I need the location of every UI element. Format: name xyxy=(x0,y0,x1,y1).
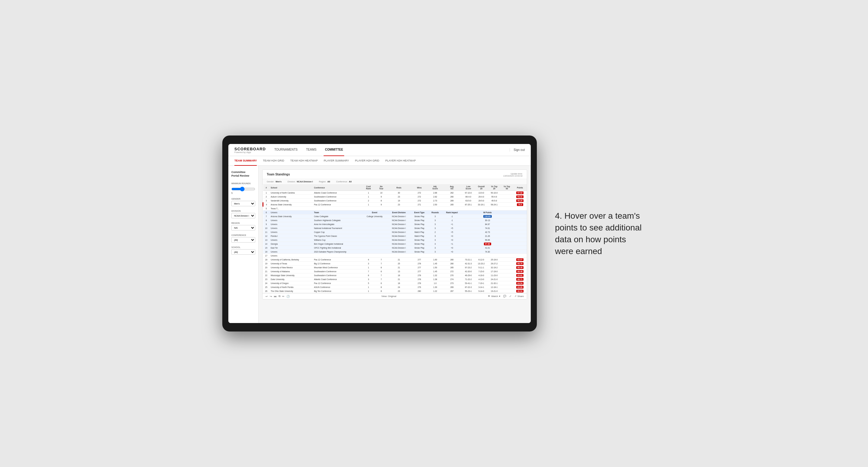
eye-icon: 👁 xyxy=(488,295,490,298)
content-area: CommitteePortal Review Minimum Rounds 5 … xyxy=(228,166,531,323)
report-header: Team Standings Update time:13/03/2024 10… xyxy=(262,170,527,179)
watch-btn[interactable]: 👁 Watch ▾ xyxy=(488,295,500,298)
share-btn[interactable]: ↗ Share xyxy=(515,295,524,298)
logo-text: SCOREBOARD xyxy=(235,147,266,151)
col-conf-rank: ConfRank xyxy=(362,185,375,191)
conference-select[interactable]: (All) xyxy=(231,237,255,243)
sidebar-division-label: Division xyxy=(231,210,255,212)
annotation-area: 4. Hover over a team's points to see add… xyxy=(555,210,646,257)
expanded-row[interactable]: 9 Univers Amer An Intercollegiate NCAA D… xyxy=(263,222,527,226)
expanded-row[interactable]: 10 Univers National Invitational Tournam… xyxy=(263,226,527,230)
region-select[interactable]: N/A xyxy=(231,225,255,230)
filter-row: Gender: Men's Division: NCAA Division I … xyxy=(262,179,527,185)
expanded-row[interactable]: 14 Georgia Ben Hogan Collegiate Invitati… xyxy=(263,242,527,246)
col-no-tour: NoTour xyxy=(375,185,388,191)
logo-area: SCOREBOARD Powered by clippi xyxy=(235,147,266,153)
table-row[interactable]: 17 Univers xyxy=(263,254,527,258)
nav-teams[interactable]: TEAMS xyxy=(305,144,317,156)
table-row[interactable]: 22 Mississippi State University Southeas… xyxy=(263,273,527,277)
report-title: Team Standings xyxy=(267,173,290,176)
school-select[interactable]: (All) xyxy=(231,249,255,255)
copy-icon[interactable]: ⧉ xyxy=(279,294,280,298)
col-vstop50: Vs Top50 xyxy=(500,185,513,191)
table-row[interactable]: 21 University of Alabama Southeastern Co… xyxy=(263,270,527,273)
chevron-down-icon: ▾ xyxy=(499,295,500,298)
sidebar-gender: Gender Men's xyxy=(231,198,255,206)
expanded-header-row: 6 Univers Team Event Event Division Even… xyxy=(263,211,527,214)
table-row[interactable]: 4 Arizona State University Pac-12 Confer… xyxy=(263,203,527,207)
subnav-player-h2h-grid[interactable]: PLAYER H2H GRID xyxy=(355,156,379,166)
sidebar-min-rounds: Minimum Rounds 5 xyxy=(231,182,255,194)
table-row[interactable]: 25 University of North Florida ASUN Conf… xyxy=(263,285,527,289)
subnav-team-summary[interactable]: TEAM SUMMARY xyxy=(235,156,257,166)
table-row[interactable]: 20 University of New Mexico Mountain Wes… xyxy=(263,266,527,270)
sidebar: CommitteePortal Review Minimum Rounds 5 … xyxy=(228,166,258,323)
table-wrapper: # School Conference ConfRank NoTour Rnds… xyxy=(262,185,527,293)
filter-gender: Gender: Men's xyxy=(267,181,282,183)
col-wins: Wins xyxy=(410,185,428,191)
expanded-row[interactable]: 13 Univers Williams Cup NCAA Division I … xyxy=(263,238,527,242)
table-row[interactable]: 5 Texas T... xyxy=(263,207,527,211)
standings-table: # School Conference ConfRank NoTour Rnds… xyxy=(262,185,527,293)
update-time: Update time:13/03/2024 10:03:42 xyxy=(503,173,523,177)
page-wrapper: SCOREBOARD Powered by clippi TOURNAMENTS… xyxy=(222,135,646,332)
toolbar: ↩ ↪ ⏭ ⧉ ✏ 🕐 View: Original 👁 xyxy=(262,293,527,299)
col-low-score: LowScore xyxy=(462,185,475,191)
sidebar-region: Region N/A xyxy=(231,222,255,230)
comment-btn[interactable]: 💬 xyxy=(503,295,506,298)
col-overall25: Overall25 xyxy=(475,185,488,191)
table-row[interactable]: 23 Duke University Atlantic Coast Confer… xyxy=(263,277,527,281)
col-points: Points xyxy=(513,185,527,191)
min-rounds-slider[interactable] xyxy=(231,187,255,191)
table-row[interactable]: 2 Auburn University Southeastern Confere… xyxy=(263,195,527,199)
sidebar-division: Division NCAA Division I xyxy=(231,210,255,218)
min-rounds-value: 5 xyxy=(231,192,255,194)
sub-nav: TEAM SUMMARY TEAM H2H GRID TEAM H2H HEAT… xyxy=(228,156,531,166)
sidebar-region-label: Region xyxy=(231,222,255,224)
sidebar-conference: Conference (All) xyxy=(231,234,255,243)
nav-tournaments[interactable]: TOURNAMENTS xyxy=(273,144,299,156)
filter-region: Region: All xyxy=(319,181,330,183)
expanded-row[interactable]: 8 Univers Southern Highlands Collegiate … xyxy=(263,218,527,222)
expand-btn[interactable]: ⤢ xyxy=(509,295,512,298)
expanded-row[interactable]: 7 Arizona State University Celav Collegi… xyxy=(263,214,527,218)
subnav-team-h2h-grid[interactable]: TEAM H2H GRID xyxy=(263,156,284,166)
table-row[interactable]: 18 University of California, Berkeley Pa… xyxy=(263,258,527,261)
draw-icon[interactable]: ✏ xyxy=(282,295,285,298)
logo-sub: Powered by clippi xyxy=(235,151,266,153)
view-original-btn[interactable]: View: Original xyxy=(381,295,396,298)
table-row[interactable]: 19 University of Texas Big 12 Conference… xyxy=(263,261,527,266)
share-icon: ↗ xyxy=(515,295,517,298)
table-row[interactable]: 26 The Ohio State University Big Ten Con… xyxy=(263,289,527,293)
nav-committee[interactable]: COMMITTEE xyxy=(323,144,344,156)
annotation-text: 4. Hover over a team's points to see add… xyxy=(555,210,646,257)
tablet-screen: SCOREBOARD Powered by clippi TOURNAMENTS… xyxy=(228,144,531,323)
redo-icon[interactable]: ↪ xyxy=(270,295,272,298)
sidebar-school: School (All) xyxy=(231,246,255,255)
undo-icon[interactable]: ↩ xyxy=(266,295,268,298)
clock-icon[interactable]: 🕐 xyxy=(286,295,290,298)
col-avg-sg: Avg.SG xyxy=(442,185,462,191)
sidebar-gender-label: Gender xyxy=(231,198,255,200)
subnav-player-summary[interactable]: PLAYER SUMMARY xyxy=(324,156,349,166)
col-vstop25: Vs Top25 xyxy=(488,185,501,191)
skip-icon[interactable]: ⏭ xyxy=(274,295,277,298)
col-adj-score: Adj.Score xyxy=(428,185,442,191)
subnav-player-h2h-heatmap[interactable]: PLAYER H2H HEATMAP xyxy=(385,156,416,166)
gender-select[interactable]: Men's xyxy=(231,201,255,206)
expanded-row[interactable]: 12 Florida I The Cypress Point Classic N… xyxy=(263,234,527,238)
col-rank: # xyxy=(263,185,270,191)
table-row[interactable]: 24 University of Oregon Pac-12 Conferenc… xyxy=(263,281,527,285)
sidebar-school-label: School xyxy=(231,246,255,248)
subnav-team-h2h-heatmap[interactable]: TEAM H2H HEATMAP xyxy=(290,156,318,166)
division-select[interactable]: NCAA Division I xyxy=(231,213,255,218)
col-conference: Conference xyxy=(313,185,362,191)
expanded-row[interactable]: 16 Univers 2023 Sahalee Players Champion… xyxy=(263,250,527,254)
sign-out-link[interactable]: Sign out xyxy=(509,148,525,152)
sidebar-min-rounds-label: Minimum Rounds xyxy=(231,182,255,185)
toolbar-right: 👁 Watch ▾ 💬 ⤢ ↗ Share xyxy=(488,295,524,298)
table-row[interactable]: 1 University of North Carolina Atlantic … xyxy=(263,191,527,195)
table-row[interactable]: 3 Vanderbilt University Southeastern Con… xyxy=(263,199,527,203)
expanded-row[interactable]: 11 Univers Copper Cup NCAA Division I Ma… xyxy=(263,230,527,234)
expanded-row[interactable]: 15 East Ter OFCC Fighting Illini Invitat… xyxy=(263,246,527,250)
